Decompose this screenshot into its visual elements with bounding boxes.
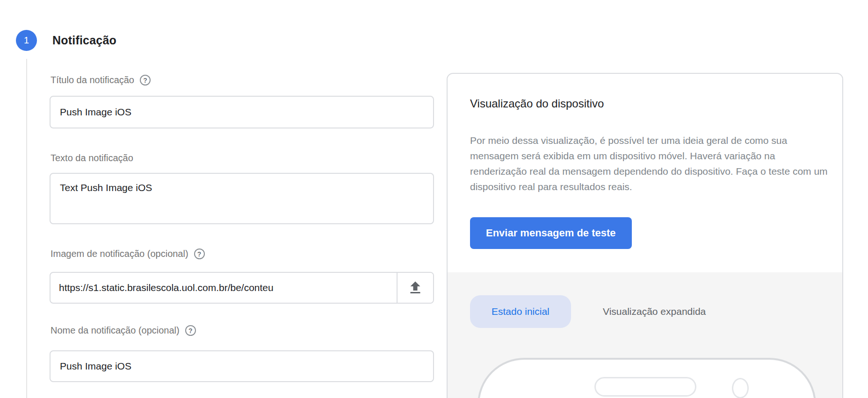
upload-icon xyxy=(407,279,424,296)
step-title: Notificação xyxy=(52,34,116,47)
help-icon[interactable]: ? xyxy=(140,75,151,85)
tab-estado-inicial[interactable]: Estado inicial xyxy=(470,295,571,328)
step-connector-line xyxy=(26,59,27,398)
device-preview-title: Visualização do dispositivo xyxy=(470,97,604,110)
notification-title-label-row: Título da notificação ? xyxy=(51,75,151,85)
send-test-message-button[interactable]: Enviar mensagem de teste xyxy=(470,217,632,249)
preview-gray-section: Estado inicial Visualização expandida xyxy=(448,272,842,398)
notification-text-textarea[interactable] xyxy=(50,173,434,224)
notification-image-field-group xyxy=(50,272,434,304)
tab-visualizacao-expandida[interactable]: Visualização expandida xyxy=(593,295,715,328)
notification-text-label: Texto da notificação xyxy=(51,153,133,163)
notification-text-label-row: Texto da notificação xyxy=(51,153,133,163)
phone-mockup xyxy=(477,358,816,398)
notification-title-label: Título da notificação xyxy=(51,75,134,85)
device-preview-description: Por meio dessa visualização, é possível … xyxy=(470,133,830,194)
notification-name-label-row: Nome da notificação (opcional) ? xyxy=(51,325,196,336)
help-icon[interactable]: ? xyxy=(185,325,196,336)
notification-composer-page: 1 Notificação Título da notificação ? Te… xyxy=(0,0,868,398)
notification-title-input[interactable] xyxy=(50,96,434,128)
notification-name-input[interactable] xyxy=(50,350,434,382)
notification-name-label: Nome da notificação (opcional) xyxy=(51,325,180,336)
phone-speaker xyxy=(594,377,696,397)
device-preview-card: Visualização do dispositivo Por meio des… xyxy=(447,73,843,398)
upload-image-button[interactable] xyxy=(397,273,433,303)
notification-image-url-input[interactable] xyxy=(51,273,397,303)
help-icon[interactable]: ? xyxy=(194,249,205,259)
notification-image-label: Imagem de notificação (opcional) xyxy=(51,249,188,259)
step-number-badge: 1 xyxy=(16,30,37,51)
phone-camera xyxy=(732,378,749,398)
notification-image-label-row: Imagem de notificação (opcional) ? xyxy=(51,249,205,259)
